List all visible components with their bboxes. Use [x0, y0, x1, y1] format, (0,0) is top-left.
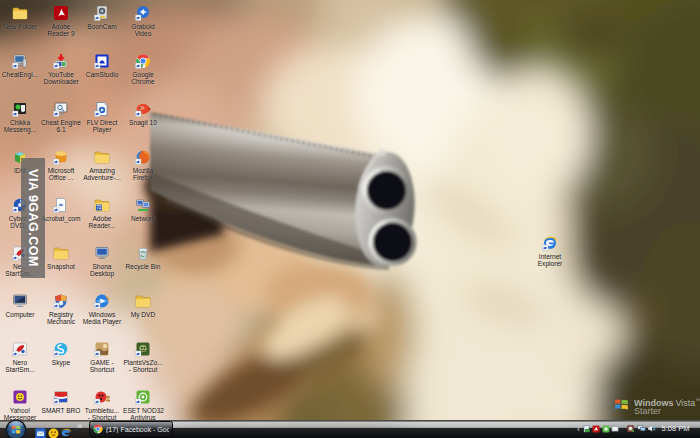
svg-text:72: 72 [96, 205, 102, 210]
svg-text:2: 2 [106, 394, 110, 403]
